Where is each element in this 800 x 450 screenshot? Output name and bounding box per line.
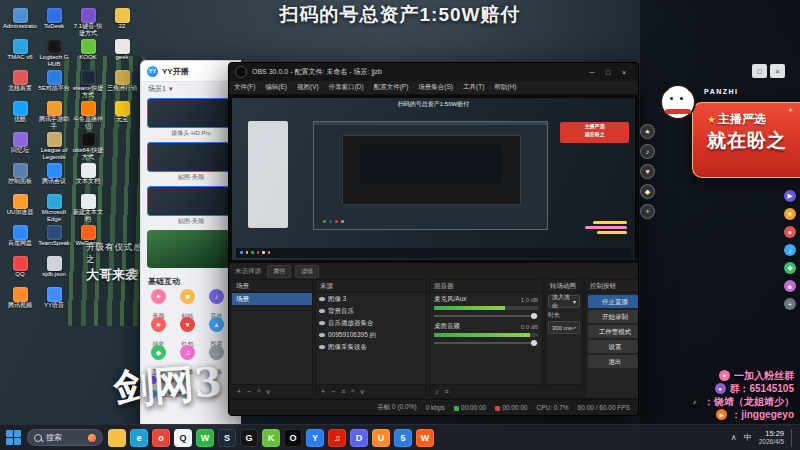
window-control-button[interactable]: ─ xyxy=(584,69,600,76)
right-dock-icon[interactable]: ★ xyxy=(784,208,796,220)
desktop-icon[interactable]: UU加速器 xyxy=(3,194,37,222)
source-action-button[interactable]: 滤镜 xyxy=(295,265,319,278)
right-dock-icon[interactable]: ♥ xyxy=(784,226,796,238)
taskbar-app-icon[interactable]: 5 xyxy=(394,429,412,447)
right-dock-icon[interactable]: ◆ xyxy=(640,184,655,199)
source-row[interactable]: 图像采集设备 xyxy=(316,341,426,353)
taskbar-app-icon[interactable]: Q xyxy=(174,429,192,447)
dock-toolbar-button[interactable]: ^ xyxy=(257,388,260,395)
control-button[interactable]: 工作室模式 xyxy=(588,325,639,338)
desktop-icon[interactable]: 腾讯视频 xyxy=(3,287,37,315)
desktop-icon[interactable]: Logitech G HUB xyxy=(37,39,71,67)
visibility-eye-icon[interactable] xyxy=(319,297,325,301)
menu-item[interactable]: 编辑(E) xyxy=(260,83,292,92)
yy-tool-item[interactable]: ■ 贴纸 xyxy=(173,289,202,317)
desktop-icon[interactable]: steam-快捷方式 xyxy=(71,70,105,98)
menu-item[interactable]: 帮助(H) xyxy=(489,83,521,92)
right-dock-icon[interactable]: ◆ xyxy=(784,262,796,274)
taskbar-app-icon[interactable]: W xyxy=(196,429,214,447)
yy-titlebar[interactable]: YY YY开播 xyxy=(141,61,241,82)
desktop-icon[interactable]: sjdb.json xyxy=(37,256,71,284)
taskbar-app-icon[interactable]: U xyxy=(372,429,390,447)
yy-tool-item[interactable]: ♥ 红包 xyxy=(173,317,202,345)
source-row[interactable]: 音乐播放器集合 xyxy=(316,317,426,329)
visibility-eye-icon[interactable] xyxy=(319,321,325,325)
desktop-icon[interactable]: 北桃装置 xyxy=(3,70,37,98)
desktop-icon[interactable]: 5E对战平台 xyxy=(37,70,71,98)
slider-knob[interactable] xyxy=(531,340,537,346)
obs-preview-area[interactable]: 扫码的号总资产1:50W赔付 主播严选就在盼之 xyxy=(229,95,638,263)
right-dock-icon[interactable]: ▶ xyxy=(784,190,796,202)
taskbar-app-icon[interactable]: K xyxy=(262,429,280,447)
dock-toolbar-button[interactable]: ^ xyxy=(351,388,354,395)
window-control-button[interactable]: □ xyxy=(752,64,767,78)
desktop-icon[interactable]: 优酷 xyxy=(3,101,37,129)
taskbar-app-icon[interactable]: D xyxy=(350,429,368,447)
duration-stepper[interactable]: 300 ms ▴▾ xyxy=(548,321,580,334)
menu-item[interactable]: 场景集合(S) xyxy=(413,83,458,92)
yy-scene-thumbnail[interactable]: 贴图-美颜 xyxy=(147,186,235,226)
control-button[interactable]: 设置 xyxy=(588,340,639,353)
scene-item[interactable]: 场景 xyxy=(232,293,312,305)
control-button[interactable]: 停止直播 xyxy=(588,295,639,308)
taskbar-app-icon[interactable]: W xyxy=(416,429,434,447)
yy-tool-item[interactable]: ✦ 美颜 xyxy=(144,289,173,317)
visibility-eye-icon[interactable] xyxy=(319,345,325,349)
right-dock-icon[interactable]: ♪ xyxy=(784,244,796,256)
yy-scene-thumbnail[interactable]: 摄像头-HD Pro xyxy=(147,98,235,138)
right-dock-icon[interactable]: + xyxy=(640,204,655,219)
input-language-indicator[interactable]: 中 xyxy=(744,432,752,443)
desktop-icon[interactable]: QQ xyxy=(3,256,37,284)
desktop-icon[interactable]: TMAC v6 xyxy=(3,39,37,67)
desktop-icon[interactable]: 腾讯会议 xyxy=(37,163,71,191)
window-control-button[interactable]: × xyxy=(770,64,785,78)
volume-slider[interactable] xyxy=(434,312,538,319)
window-control-button[interactable]: × xyxy=(616,69,632,76)
taskbar-search[interactable] xyxy=(27,429,103,446)
menu-item[interactable]: 视图(V) xyxy=(292,83,324,92)
taskbar-clock[interactable]: 15:29 2026/4/5 xyxy=(759,430,784,445)
dock-toolbar-button[interactable]: + xyxy=(237,388,241,395)
desktop-icon[interactable]: YY语音 xyxy=(37,287,71,315)
desktop-icon[interactable]: 百度网盘 xyxy=(3,225,37,253)
menu-item[interactable]: 配置文件(P) xyxy=(369,83,414,92)
taskbar-app-icon[interactable] xyxy=(108,429,126,447)
window-control-button[interactable]: □ xyxy=(600,69,616,76)
taskbar-app-icon[interactable]: O xyxy=(284,429,302,447)
taskbar-app-icon[interactable]: e xyxy=(130,429,148,447)
taskbar-app-icon[interactable]: S xyxy=(218,429,236,447)
yy-promo-card[interactable] xyxy=(147,230,235,268)
desktop-icon[interactable]: geek xyxy=(105,39,139,67)
desktop-icon[interactable]: 斗鱼直播伴侣 xyxy=(71,101,105,129)
right-dock-icon[interactable]: ★ xyxy=(640,124,655,139)
source-action-button[interactable]: 属性 xyxy=(267,265,291,278)
dock-toolbar-button[interactable]: ♪ xyxy=(435,388,439,395)
visibility-eye-icon[interactable] xyxy=(319,309,325,313)
search-input[interactable] xyxy=(46,433,78,442)
source-row[interactable]: 00959106395 的 xyxy=(316,329,426,341)
yy-tool-item[interactable]: ♪ 音效 xyxy=(202,289,231,317)
yy-scene-thumbnail[interactable]: 贴图-美颜 xyxy=(147,142,235,182)
obs-titlebar[interactable]: OBS 30.0.0 - 配置文件: 未命名 - 场景: jjzb ─□× xyxy=(229,63,638,81)
dock-toolbar-button[interactable]: − xyxy=(247,388,251,395)
source-row[interactable]: 图像 3 xyxy=(316,293,426,305)
desktop-icon[interactable]: KOOK xyxy=(71,39,105,67)
desktop-icon[interactable]: League of Legends xyxy=(37,132,71,160)
taskbar-app-icon[interactable]: G xyxy=(240,429,258,447)
control-button[interactable]: 开始录制 xyxy=(588,310,639,323)
right-dock-icon[interactable]: ♪ xyxy=(640,144,655,159)
dock-toolbar-button[interactable]: + xyxy=(321,388,325,395)
yy-tool-item[interactable]: ★ 抽奖 xyxy=(144,317,173,345)
dock-toolbar-button[interactable]: v xyxy=(266,388,270,395)
menu-item[interactable]: 文件(F) xyxy=(229,83,260,92)
desktop-icon[interactable]: 元宝 xyxy=(105,101,139,129)
yy-scene-selector[interactable]: 场景1 ▾ xyxy=(141,82,241,96)
tray-expand-icon[interactable]: ∧ xyxy=(731,433,737,442)
right-dock-icon[interactable]: ■ xyxy=(784,280,796,292)
stepper-arrows-icon[interactable]: ▴▾ xyxy=(572,326,576,330)
menu-item[interactable]: 停靠窗口(D) xyxy=(324,83,369,92)
source-row[interactable]: 背景音乐 xyxy=(316,305,426,317)
control-button[interactable]: 退出 xyxy=(588,355,639,368)
yy-tool-item[interactable]: ▲ 投票 xyxy=(202,317,231,345)
dock-toolbar-button[interactable]: v xyxy=(361,388,365,395)
